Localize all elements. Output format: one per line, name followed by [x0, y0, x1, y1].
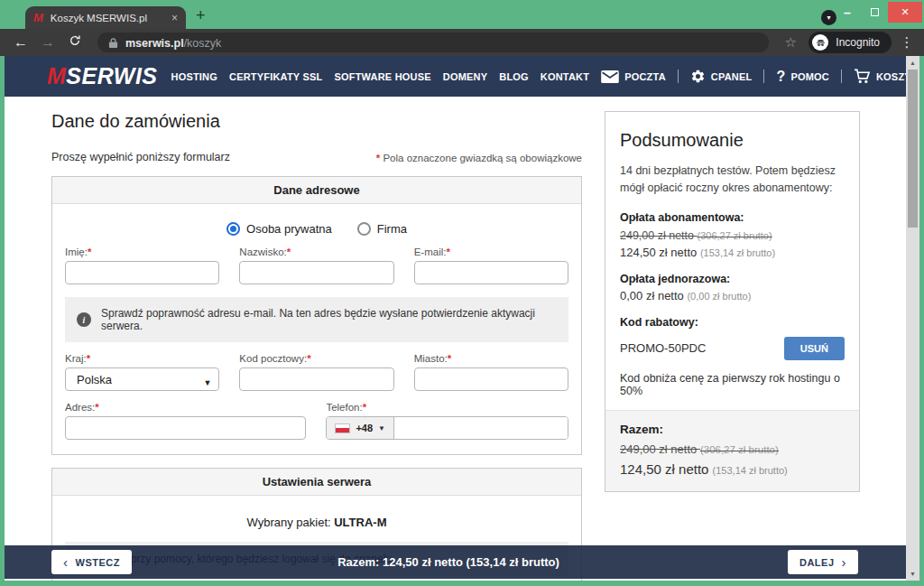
subscription-old-price: 249,00 zł netto (306,27 zł brutto)	[620, 229, 845, 242]
last-name-input[interactable]	[239, 261, 393, 284]
remove-code-button[interactable]: USUŃ	[784, 337, 845, 360]
city-field: Miasto:*	[414, 353, 568, 391]
poland-flag-icon	[335, 423, 350, 433]
maximize-icon	[871, 8, 879, 16]
address-section-header: Dane adresowe	[52, 177, 581, 204]
browser-menu-button[interactable]: ⋮	[899, 34, 915, 51]
summary-panel-body: Podsumowanie 14 dni bezpłatnych testów. …	[605, 112, 859, 410]
nav-item-certyfikaty-ssl[interactable]: CERTYFIKATY SSL	[229, 71, 322, 82]
maximize-button[interactable]	[861, 2, 888, 23]
city-label: Miasto:*	[414, 353, 568, 364]
minimize-button[interactable]: –	[834, 2, 861, 23]
page-viewport: MSERWIS HOSTING CERTYFIKATY SSL SOFTWARE…	[5, 56, 919, 581]
address-input[interactable]	[65, 416, 306, 440]
first-name-input[interactable]	[65, 261, 219, 284]
pomoc-label: POMOC	[790, 71, 829, 82]
phone-prefix-value: +48	[356, 423, 373, 433]
form-intro-text: Proszę wypełnić poniższy formularz	[51, 151, 230, 163]
country-field: Kraj:* Polska ▼	[65, 353, 219, 391]
incognito-badge: Incognito	[808, 32, 892, 53]
gear-icon	[690, 69, 706, 84]
close-window-button[interactable]: ✕	[888, 2, 922, 23]
back-button-wstecz[interactable]: ‹ WSTECZ	[51, 550, 132, 574]
summary-total-section: Razem: 249,00 zł netto (306,27 zł brutto…	[605, 410, 859, 491]
onetime-price: 0,00 zł netto (0,00 zł brutto)	[620, 289, 845, 302]
total-label: Razem:	[620, 423, 845, 436]
radio-osoba-prywatna[interactable]: Osoba prywatna	[226, 222, 332, 236]
radio-osoba-prywatna-label: Osoba prywatna	[246, 222, 332, 236]
radio-selected-icon	[226, 222, 240, 236]
address-label: Adres:*	[65, 402, 306, 413]
address-section-body: Osoba prywatna Firma Imię:*	[52, 204, 581, 454]
info-icon: i	[77, 312, 91, 327]
tab-close-icon[interactable]: ×	[171, 12, 178, 24]
scrollbar-thumb[interactable]	[908, 70, 918, 228]
poczta-label: POCZTA	[624, 71, 666, 82]
cart-icon	[854, 69, 871, 84]
scroll-up-arrow[interactable]: ▲	[906, 56, 919, 70]
summary-intro: 14 dni bezpłatnych testów. Potem będzies…	[620, 163, 845, 198]
order-form-column: Dane do zamówienia Proszę wypełnić poniż…	[51, 109, 582, 581]
email-info-box: i Sprawdź poprawność adresu e-mail. Na t…	[65, 297, 568, 342]
mserwis-logo[interactable]: MSERWIS	[47, 63, 158, 89]
nav-separator	[841, 70, 842, 83]
postal-code-input[interactable]	[239, 367, 393, 391]
phone-prefix-dropdown[interactable]: +48 ▼	[327, 417, 394, 439]
radio-firma[interactable]: Firma	[357, 222, 407, 236]
checkout-bottom-bar: Razem: 124,50 zł netto (153,14 zł brutto…	[5, 545, 919, 579]
form-intro-row: Proszę wypełnić poniższy formularz * Pol…	[51, 151, 582, 163]
url-host: mserwis.pl	[125, 37, 184, 50]
back-button[interactable]: ←	[9, 34, 32, 51]
bookmark-star-icon[interactable]: ☆	[780, 34, 801, 51]
browser-tab[interactable]: M Koszyk MSERWIS.pl ×	[25, 6, 186, 29]
page-title: Dane do zamówienia	[51, 111, 582, 132]
phone-input-group: +48 ▼	[326, 416, 568, 440]
nav-item-blog[interactable]: BLOG	[499, 71, 529, 82]
bottom-total-text: Razem: 124,50 zł netto (153,14 zł brutto…	[5, 555, 892, 569]
page-content: Dane do zamówienia Proszę wypełnić poniż…	[5, 97, 919, 581]
nav-item-poczta[interactable]: POCZTA	[601, 70, 666, 83]
cpanel-label: CPANEL	[711, 71, 753, 82]
phone-input[interactable]	[394, 417, 568, 439]
url-text: mserwis.pl/koszyk	[125, 34, 221, 51]
address-bar[interactable]: mserwis.pl/koszyk	[97, 33, 769, 52]
tab-title: Koszyk MSERWIS.pl	[51, 13, 164, 23]
reload-button[interactable]	[63, 34, 87, 51]
nav-item-hosting[interactable]: HOSTING	[171, 71, 218, 82]
address-phone-row: Adres:* Telefon:* +48 ▼	[65, 402, 568, 440]
last-name-label: Nazwisko:*	[239, 246, 393, 257]
subscription-fee-label: Opłata abonamentowa:	[620, 211, 845, 224]
postal-code-field: Kod pocztowy:*	[239, 353, 393, 391]
nav-item-pomoc[interactable]: ? POMOC	[776, 69, 829, 85]
country-select[interactable]: Polska	[65, 367, 219, 391]
next-button-dalej[interactable]: DALEJ ›	[788, 550, 858, 574]
page-scrollbar[interactable]: ▲ ▼	[906, 56, 919, 581]
postal-code-label: Kod pocztowy:*	[239, 353, 393, 364]
radio-firma-label: Firma	[377, 222, 407, 236]
country-postal-city-row: Kraj:* Polska ▼ Kod pocztowy:*	[65, 353, 568, 391]
email-input[interactable]	[414, 261, 568, 284]
nav-item-software-house[interactable]: SOFTWARE HOUSE	[334, 71, 430, 82]
city-input[interactable]	[414, 367, 568, 391]
email-field: E-mail:*	[414, 246, 568, 284]
total-price: 124,50 zł netto (153,14 zł brutto)	[620, 461, 845, 477]
nav-item-kontakt[interactable]: KONTAKT	[541, 71, 589, 82]
scroll-down-arrow[interactable]: ▼	[906, 567, 919, 581]
discount-code-label: Kod rabatowy:	[620, 316, 845, 329]
first-name-label: Imię:*	[65, 246, 219, 257]
logo-m: M	[47, 63, 66, 88]
new-tab-button[interactable]: +	[196, 7, 206, 23]
discount-code-row: PROMO-50PDC USUŃ	[620, 337, 845, 360]
nav-item-cpanel[interactable]: CPANEL	[690, 69, 753, 84]
email-info-text: Sprawdź poprawność adresu e-mail. Na ten…	[101, 307, 557, 332]
nav-separator	[763, 70, 764, 83]
logo-serwis: SERWIS	[66, 63, 157, 88]
chevron-right-icon: ›	[842, 554, 847, 570]
summary-panel: Podsumowanie 14 dni bezpłatnych testów. …	[605, 111, 860, 492]
discount-code-value: PROMO-50PDC	[620, 341, 706, 355]
discount-code-note: Kod obniża cenę za pierwszy rok hostingu…	[620, 372, 845, 410]
envelope-icon	[601, 70, 619, 83]
forward-button[interactable]: →	[36, 34, 60, 51]
nav-item-domeny[interactable]: DOMENY	[443, 71, 487, 82]
country-select-wrap: Polska ▼	[65, 371, 219, 386]
